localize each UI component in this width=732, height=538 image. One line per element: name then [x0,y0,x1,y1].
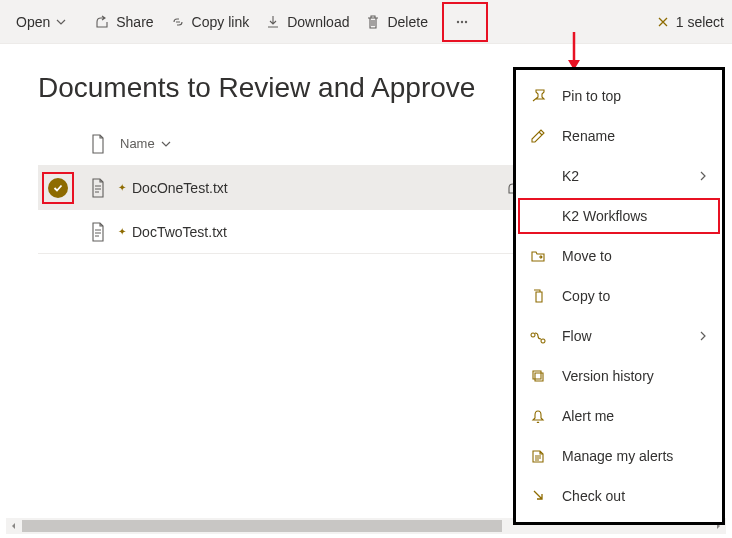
ctx-k2-workflows[interactable]: K2 Workflows [516,196,722,236]
ctx-label: K2 Workflows [562,208,647,224]
download-icon [265,14,281,30]
copy-link-label: Copy link [192,14,250,30]
scroll-left-icon[interactable] [6,518,22,534]
scrollbar-thumb[interactable] [22,520,502,532]
svg-point-2 [465,20,467,22]
ctx-label: Manage my alerts [562,448,673,464]
manage-alerts-icon [530,448,550,464]
ctx-alert-me[interactable]: Alert me [516,396,722,436]
flow-icon [530,328,550,344]
new-item-icon: ✦ [118,182,126,193]
file-name-label: DocOneTest.txt [132,180,228,196]
download-button[interactable]: Download [257,6,357,38]
share-icon [94,14,110,30]
copy-to-icon [530,288,550,304]
ctx-flow[interactable]: Flow [516,316,722,356]
ctx-rename[interactable]: Rename [516,116,722,156]
pin-icon [530,88,550,104]
row-selected-icon[interactable] [48,178,68,198]
copy-link-button[interactable]: Copy link [162,6,258,38]
file-type-column-icon [90,134,106,154]
ctx-label: Alert me [562,408,614,424]
svg-point-1 [461,20,463,22]
ctx-label: Rename [562,128,615,144]
svg-point-0 [457,20,459,22]
alert-icon [530,408,550,424]
ctx-pin-to-top[interactable]: Pin to top [516,76,722,116]
more-actions-highlight [442,2,488,42]
selection-count[interactable]: 1 select [656,14,724,30]
link-icon [170,14,186,30]
clear-selection-icon [656,15,670,29]
rename-icon [530,128,550,144]
text-file-icon [90,178,106,198]
ctx-label: Copy to [562,288,610,304]
ctx-manage-alerts[interactable]: Manage my alerts [516,436,722,476]
share-button[interactable]: Share [86,6,161,38]
open-label: Open [16,14,50,30]
version-history-icon [530,368,550,384]
text-file-icon [90,222,106,242]
ctx-copy-to[interactable]: Copy to [516,276,722,316]
delete-button[interactable]: Delete [357,6,435,38]
more-icon [454,14,470,30]
ctx-label: Check out [562,488,625,504]
download-label: Download [287,14,349,30]
delete-icon [365,14,381,30]
chevron-down-icon [56,17,66,27]
check-out-icon [530,488,550,504]
ctx-label: Move to [562,248,612,264]
open-button[interactable]: Open [8,6,80,38]
ctx-k2[interactable]: K2 [516,156,722,196]
share-label: Share [116,14,153,30]
name-column-label: Name [120,136,155,151]
context-menu: Pin to top Rename K2 K2 Workflows Move t… [513,67,725,525]
name-column-header[interactable]: Name [118,136,572,151]
ctx-label: Flow [562,328,592,344]
command-bar: Open Share Copy link Download Delete [0,0,732,44]
ctx-label: Pin to top [562,88,621,104]
ctx-label: Version history [562,368,654,384]
more-actions-button[interactable] [448,6,482,38]
chevron-down-icon [161,139,171,149]
ctx-version-history[interactable]: Version history [516,356,722,396]
ctx-label: K2 [562,168,579,184]
chevron-right-icon [698,171,708,181]
ctx-check-out[interactable]: Check out [516,476,722,516]
new-item-icon: ✦ [118,226,126,237]
ctx-move-to[interactable]: Move to [516,236,722,276]
selection-highlight [42,172,74,204]
chevron-right-icon [698,331,708,341]
move-to-icon [530,248,550,264]
delete-label: Delete [387,14,427,30]
selection-count-label: 1 select [676,14,724,30]
file-name-label: DocTwoTest.txt [132,224,227,240]
